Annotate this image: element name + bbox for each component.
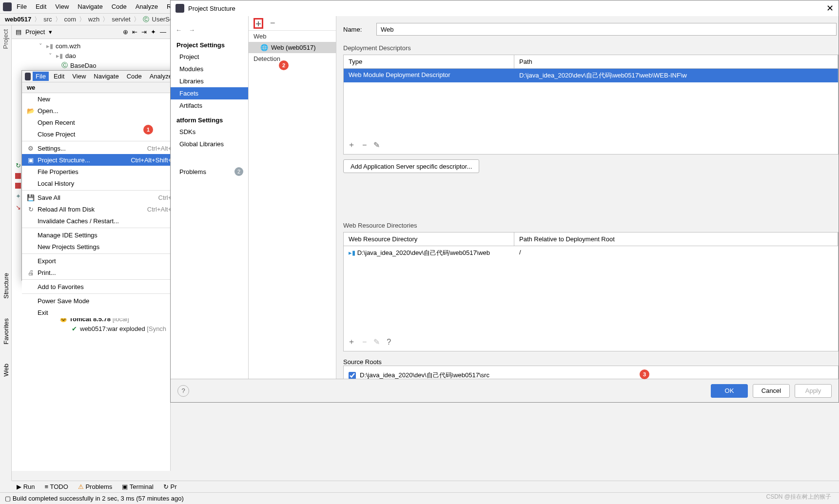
todo-tool[interactable]: ≡ TODO — [44, 483, 68, 490]
menu-code[interactable]: Code — [108, 1, 131, 12]
nav-project[interactable]: Project — [171, 51, 248, 63]
tree-war[interactable]: web0517:war exploded — [80, 325, 145, 332]
stop-icon[interactable] — [15, 173, 21, 179]
menu-item-settings-[interactable]: ⚙Settings...Ctrl+Alt+S — [22, 142, 181, 154]
menu-item-local-history[interactable]: Local History▸ — [22, 177, 181, 189]
menu-item-file-properties[interactable]: File Properties▸ — [22, 166, 181, 177]
annotation-2: 2 — [279, 60, 289, 70]
tool-project[interactable]: Project — [2, 29, 9, 49]
wrd-remove-icon[interactable]: − — [362, 338, 367, 347]
menu-item-exit[interactable]: Exit — [22, 307, 181, 318]
nav-sdks[interactable]: SDKs — [171, 126, 248, 138]
crumb-project[interactable]: web0517 — [5, 16, 31, 23]
terminal-tool[interactable]: ▣ Terminal — [122, 483, 154, 490]
crumb-com[interactable]: com — [64, 16, 77, 23]
w2-file[interactable]: File — [33, 72, 49, 81]
dd-row[interactable]: Web Module Deployment DescriptorD:\java_… — [344, 69, 838, 82]
nav-platform-settings: atform Settings — [171, 112, 248, 126]
add-facet-button[interactable]: ＋ — [254, 18, 263, 29]
secondary-window: File Edit View Navigate Code Analyze Ref… — [21, 70, 181, 281]
forward-icon[interactable]: → — [189, 26, 195, 34]
project-structure-dialog: Project Structure ✕ ←→ Project Settings … — [170, 0, 839, 403]
menu-item-new-projects-settings[interactable]: New Projects Settings▸ — [22, 241, 181, 252]
nav-facets[interactable]: Facets — [171, 87, 248, 99]
menu-item-add-to-favorites[interactable]: Add to Favorites▸ — [22, 281, 181, 292]
crumb-src[interactable]: src — [43, 16, 52, 23]
expand-icon[interactable]: ⇥ — [141, 28, 147, 36]
menu-file[interactable]: File — [13, 1, 31, 12]
watermark: CSDN @挂在树上的猴子 — [766, 493, 831, 501]
crumb-wzh[interactable]: wzh — [88, 16, 99, 23]
tool-web[interactable]: Web — [2, 364, 10, 377]
menu-item-open-recent[interactable]: Open Recent▸ — [22, 116, 181, 128]
name-input[interactable] — [376, 23, 837, 36]
facet-detection[interactable]: Detection — [249, 53, 336, 64]
dd-add-icon[interactable]: ＋ — [348, 140, 355, 150]
menu-view[interactable]: View — [51, 1, 73, 12]
add-server-descriptor-button[interactable]: Add Application Server specific descript… — [343, 159, 479, 173]
w2-code[interactable]: Code — [124, 72, 145, 81]
tree-dao[interactable]: dao — [65, 52, 76, 59]
cancel-button[interactable]: Cancel — [753, 384, 790, 398]
menu-navigate[interactable]: Navigate — [74, 1, 106, 12]
rerun-icon[interactable]: ↻ — [16, 162, 21, 169]
run-tool[interactable]: ▶ Run — [17, 483, 35, 490]
menu-item-invalidate-caches-restart-[interactable]: Invalidate Caches / Restart... — [22, 215, 181, 227]
facet-cat-web[interactable]: Web — [249, 31, 336, 42]
menu-item-manage-ide-settings[interactable]: Manage IDE Settings▸ — [22, 229, 181, 241]
back-icon[interactable]: ← — [176, 26, 182, 34]
gear-icon[interactable]: ✦ — [151, 28, 156, 36]
tool-favorites[interactable]: Favorites — [2, 318, 10, 344]
w2-view[interactable]: View — [69, 72, 89, 81]
pr-tool[interactable]: ↻ Pr — [163, 483, 177, 490]
src-checkbox[interactable] — [349, 372, 356, 379]
wrd-edit-icon[interactable]: ✎ — [373, 337, 380, 347]
w2-edit[interactable]: Edit — [51, 72, 67, 81]
dd-table: TypePath Web Module Deployment Descripto… — [343, 55, 839, 155]
dump-icon[interactable]: ✦ — [16, 193, 21, 200]
src-root-row[interactable]: D:\java_idea_2020\dev\自己代码\web0517\src — [343, 366, 839, 379]
stop2-icon[interactable] — [15, 183, 21, 189]
hide-icon[interactable]: — — [160, 28, 166, 36]
menu-item-print-[interactable]: 🖨Print... — [22, 267, 181, 278]
nav-libraries[interactable]: Libraries — [171, 75, 248, 87]
annotation-3: 3 — [640, 369, 649, 379]
menu-edit[interactable]: Edit — [32, 1, 50, 12]
nav-global-libraries[interactable]: Global Libraries — [171, 138, 248, 150]
nav-artifacts[interactable]: Artifacts — [171, 99, 248, 112]
problems-tool[interactable]: ⚠ Problems — [78, 483, 113, 490]
close-icon[interactable]: ✕ — [826, 3, 834, 14]
menu-item-save-all[interactable]: 💾Save AllCtrl+S — [22, 192, 181, 203]
tree-pkg[interactable]: com.wzh — [56, 42, 80, 50]
wrd-help-icon[interactable]: ? — [387, 338, 391, 347]
help-button[interactable]: ? — [177, 385, 189, 397]
src-path: D:\java_idea_2020\dev\自己代码\web0517\src — [360, 371, 489, 379]
target-icon[interactable]: ⊕ — [123, 28, 128, 36]
wrd-legend: Web Resource Directories — [343, 222, 839, 229]
apply-button[interactable]: Apply — [795, 384, 832, 398]
w2-navigate[interactable]: Navigate — [91, 72, 121, 81]
menu-analyze[interactable]: Analyze — [132, 1, 162, 12]
menu-item-open-[interactable]: 📂Open... — [22, 105, 181, 116]
ok-button[interactable]: OK — [711, 384, 748, 398]
menu-item-reload-all-from-disk[interactable]: ↻Reload All from DiskCtrl+Alt+Y — [22, 203, 181, 215]
nav-problems[interactable]: Problems2 — [171, 165, 248, 178]
menu-item-close-project[interactable]: Close Project — [22, 128, 181, 140]
dd-edit-icon[interactable]: ✎ — [373, 140, 380, 150]
facet-web-entry[interactable]: 🌐Web (web0517) — [249, 42, 336, 53]
dd-remove-icon[interactable]: − — [362, 141, 367, 150]
menu-item-new[interactable]: New▸ — [22, 93, 181, 105]
collapse-icon[interactable]: ⇤ — [132, 28, 137, 36]
remove-facet-button[interactable]: − — [270, 18, 275, 28]
wrd-add-icon[interactable]: ＋ — [348, 337, 355, 347]
tree-basedao[interactable]: BaseDao — [70, 62, 96, 69]
crumb-servlet[interactable]: servlet — [112, 16, 130, 23]
wrd-row[interactable]: ▸▮ D:\java_idea_2020\dev\自己代码\web0517\we… — [344, 246, 838, 260]
menu-item-export[interactable]: Export▸ — [22, 255, 181, 267]
nav-modules[interactable]: Modules — [171, 63, 248, 75]
left-toolstrip: Project — [0, 25, 12, 481]
exit-icon[interactable]: ↘ — [16, 204, 21, 211]
menu-item-project-structure-[interactable]: ▣Project Structure...Ctrl+Alt+Shift+S — [22, 154, 181, 166]
tool-structure[interactable]: Structure — [2, 273, 10, 299]
menu-item-power-save-mode[interactable]: Power Save Mode — [22, 295, 181, 307]
